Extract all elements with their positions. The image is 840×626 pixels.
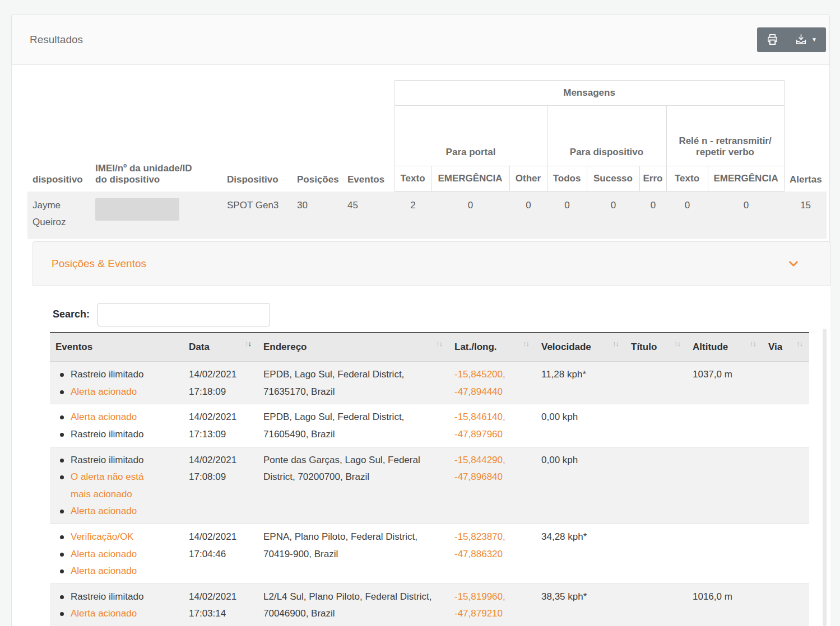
latlong-link[interactable]: -47,896840 xyxy=(454,469,530,486)
group-header-rele: Relé n - retransmitir/ repetir verbo xyxy=(666,106,784,166)
latlong-cell: -15,845200,-47,894440 xyxy=(449,362,536,404)
bullet-icon xyxy=(60,569,64,573)
title-cell xyxy=(625,404,687,447)
print-button[interactable] xyxy=(766,33,779,46)
date-cell: 14/02/202117:04:46 xyxy=(183,524,258,583)
latlong-cell: -15,819960,-47,879210 xyxy=(449,583,536,626)
col-header-other: Other xyxy=(509,166,547,191)
positions-count: 30 xyxy=(292,191,342,239)
via-cell xyxy=(763,362,809,404)
bullet-icon xyxy=(60,433,64,437)
msg-value: 0 xyxy=(587,191,639,239)
title-cell xyxy=(625,362,687,404)
speed-cell: 0,00 kph xyxy=(536,447,625,524)
device-type: SPOT Gen3 xyxy=(222,191,292,239)
sort-icon[interactable]: ↑↓ xyxy=(796,339,802,348)
table-row: Verificação/OK Alerta acionado Alerta ac… xyxy=(50,524,809,583)
latlong-cell: -15,844290,-47,896840 xyxy=(449,447,536,524)
msg-value: 0 xyxy=(639,191,666,239)
bullet-icon xyxy=(60,553,64,557)
col-header-texto-portal: Texto xyxy=(395,166,431,191)
positions-events-panel: Posições & Eventos Search: Ev xyxy=(33,241,830,626)
col-header-events: Eventos xyxy=(342,81,395,191)
speed-cell: 11,28 kph* xyxy=(536,362,625,404)
bullet-icon xyxy=(60,612,64,616)
via-cell xyxy=(763,524,809,583)
bullet-icon xyxy=(60,510,64,513)
group-header-para-portal: Para portal xyxy=(395,106,547,166)
col-header-dispositivo: dispositivo xyxy=(27,81,90,191)
address-cell: EPNA, Plano Piloto, Federal District, 70… xyxy=(258,524,449,583)
group-header-para-dispositivo: Para dispositivo xyxy=(547,106,666,166)
sort-icon[interactable]: ↑↓ xyxy=(612,339,619,348)
device-name: Jayme Queiroz xyxy=(27,191,90,239)
results-header: Resultados ▼ xyxy=(12,15,829,65)
sort-icon[interactable]: ↑↓ xyxy=(436,339,442,348)
th-titulo[interactable]: Título ↑↓ xyxy=(625,333,687,362)
altitude-cell xyxy=(687,524,763,583)
date-cell: 14/02/202117:08:09 xyxy=(183,447,258,524)
events-header-row: Eventos Data ↑↓ Endereço ↑↓ xyxy=(50,333,809,362)
speed-cell: 0,00 kph xyxy=(536,404,625,447)
download-button[interactable]: ▼ xyxy=(795,33,817,46)
latlong-link[interactable]: -47,897960 xyxy=(454,426,530,443)
date-cell: 14/02/202117:03:14 xyxy=(183,583,258,626)
sort-icon[interactable]: ↑↓ xyxy=(750,339,756,348)
address-cell: L2/L4 Sul, Plano Piloto, Federal Distric… xyxy=(258,583,449,626)
th-endereco[interactable]: Endereço ↑↓ xyxy=(258,333,449,362)
chevron-down-icon[interactable] xyxy=(786,256,801,271)
th-eventos: Eventos xyxy=(50,333,183,362)
bullet-icon xyxy=(60,373,64,377)
events-cell: Alerta acionado Rastreio ilimitado xyxy=(50,404,183,447)
table-row: Rastreio ilimitado O alerta não está mai… xyxy=(50,447,809,524)
th-via[interactable]: Via ↑↓ xyxy=(763,333,809,362)
latlong-link[interactable]: -15,819960, xyxy=(454,588,530,606)
title-cell xyxy=(625,583,687,626)
altitude-cell: 1016,0 m xyxy=(687,583,763,626)
results-card: Resultados ▼ xyxy=(11,14,830,626)
table-row: Rastreio ilimitado Alerta acionado 14/02… xyxy=(50,583,809,626)
panel-body: Search: Eventos Data ↑ xyxy=(33,286,830,626)
printer-icon xyxy=(766,33,779,46)
latlong-link[interactable]: -47,886320 xyxy=(454,546,530,563)
latlong-link[interactable]: -15,846140, xyxy=(454,409,530,426)
th-velocidade[interactable]: Velocidade ↑↓ xyxy=(536,333,625,362)
address-cell: Ponte das Garças, Lago Sul, Federal Dist… xyxy=(258,447,449,524)
latlong-link[interactable]: -47,894440 xyxy=(454,384,530,401)
summary-table: dispositivo IMEI/nº da unidade/ID do dis… xyxy=(27,80,827,239)
col-header-emergencia-portal: EMERGÊNCIA xyxy=(431,166,509,191)
col-header-device-type: Dispositivo xyxy=(222,81,292,191)
latlong-cell: -15,846140,-47,897960 xyxy=(449,404,536,447)
latlong-link[interactable]: -15,823870, xyxy=(454,529,530,546)
latlong-cell: -15,823870,-47,886320 xyxy=(449,524,536,583)
table-row: Rastreio ilimitado Alerta acionado 14/02… xyxy=(50,362,809,404)
sort-icon[interactable]: ↑↓ xyxy=(245,339,251,348)
search-bar: Search: xyxy=(53,303,830,326)
via-cell xyxy=(763,404,809,447)
th-altitude[interactable]: Altitude ↑↓ xyxy=(687,333,763,362)
table-scrollbar[interactable] xyxy=(823,329,827,626)
altitude-cell xyxy=(687,404,763,447)
download-icon xyxy=(795,33,807,46)
bullet-icon xyxy=(60,475,64,479)
title-cell xyxy=(625,447,687,524)
latlong-link[interactable]: -47,879210 xyxy=(454,605,530,623)
th-latlong[interactable]: Lat./long. ↑↓ xyxy=(449,333,536,362)
events-cell: Rastreio ilimitado O alerta não está mai… xyxy=(50,447,183,524)
summary-row: Jayme Queiroz SPOT Gen3 30 45 2 0 0 0 0 … xyxy=(27,191,827,239)
msg-value: 0 xyxy=(547,191,587,239)
caret-down-icon[interactable]: ▼ xyxy=(811,37,817,43)
table-row: Alerta acionado Rastreio ilimitado 14/02… xyxy=(50,404,809,447)
sort-icon[interactable]: ↑↓ xyxy=(674,339,680,348)
sort-icon[interactable]: ↑↓ xyxy=(523,339,529,348)
events-cell: Rastreio ilimitado Alerta acionado xyxy=(50,583,183,626)
th-data[interactable]: Data ↑↓ xyxy=(183,333,258,362)
latlong-link[interactable]: -15,845200, xyxy=(454,366,530,384)
search-input[interactable] xyxy=(98,303,270,326)
panel-header[interactable]: Posições & Eventos xyxy=(33,241,830,286)
imei-cell xyxy=(90,191,222,239)
latlong-link[interactable]: -15,844290, xyxy=(454,452,530,469)
bullet-icon xyxy=(60,390,64,394)
search-label: Search: xyxy=(53,309,90,320)
bullet-icon xyxy=(60,415,64,419)
